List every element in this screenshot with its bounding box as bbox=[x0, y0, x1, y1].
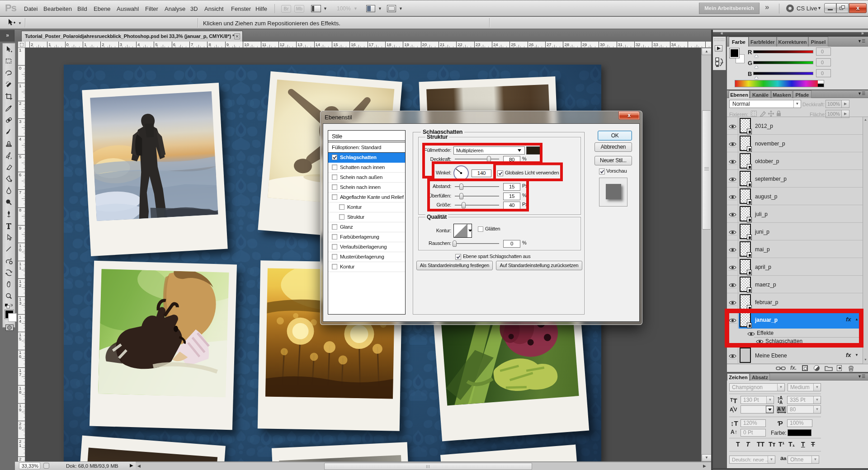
svg-text:V: V bbox=[782, 406, 785, 412]
svg-text:A: A bbox=[779, 400, 783, 404]
svg-text:A: A bbox=[777, 406, 781, 412]
svg-text:A: A bbox=[730, 407, 733, 412]
svg-text:V: V bbox=[734, 407, 737, 412]
